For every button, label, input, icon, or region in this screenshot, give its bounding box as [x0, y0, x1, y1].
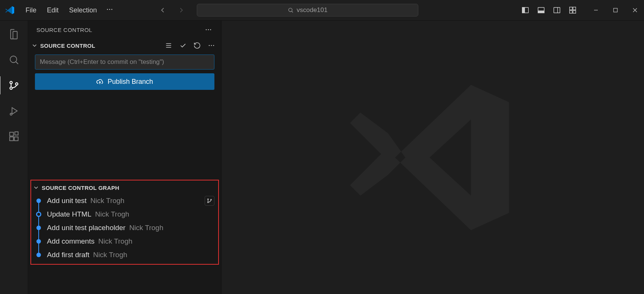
svg-rect-13: [573, 11, 576, 13]
nav-back-icon[interactable]: [158, 6, 167, 15]
svg-point-36: [208, 199, 209, 200]
customize-layout-icon[interactable]: [568, 6, 577, 15]
commit-message: Add unit test placeholder: [47, 224, 125, 232]
activity-extensions-icon[interactable]: [7, 130, 21, 143]
window-maximize-icon[interactable]: [611, 6, 620, 15]
command-center-label: vscode101: [297, 6, 327, 14]
commit-row[interactable]: Update HTML Nick Trogh: [31, 208, 218, 221]
toggle-secondary-sidebar-icon[interactable]: [552, 6, 561, 15]
activity-source-control-icon[interactable]: [7, 79, 21, 92]
commit-row[interactable]: Add first draft Nick Trogh: [31, 248, 218, 262]
commit-author: Nick Trogh: [129, 224, 163, 232]
activity-run-debug-icon[interactable]: [7, 104, 21, 118]
publish-branch-button[interactable]: Publish Branch: [35, 73, 214, 90]
svg-point-19: [10, 81, 12, 83]
editor-area: [222, 21, 644, 294]
svg-rect-12: [570, 11, 572, 13]
commit-message: Add comments: [47, 237, 95, 246]
commit-node-icon: [36, 199, 41, 203]
commit-author: Nick Trogh: [90, 197, 125, 205]
svg-point-37: [208, 202, 209, 203]
view-as-tree-icon[interactable]: [164, 41, 173, 50]
source-control-graph-section: SOURCE CONTROL GRAPH Add unit test Nick …: [30, 180, 219, 265]
nav-forward-icon[interactable]: [176, 6, 186, 15]
menu-edit[interactable]: Edit: [47, 6, 59, 14]
commit-node-icon: [36, 226, 41, 230]
window-controls: [591, 6, 639, 15]
svg-rect-25: [14, 137, 18, 141]
svg-point-29: [210, 29, 211, 30]
command-center[interactable]: vscode101: [197, 4, 418, 17]
svg-point-33: [209, 45, 210, 46]
toggle-primary-sidebar-icon[interactable]: [521, 6, 530, 15]
refresh-icon[interactable]: [193, 41, 202, 50]
activity-search-icon[interactable]: [7, 53, 21, 67]
toggle-panel-icon[interactable]: [537, 6, 546, 15]
svg-rect-8: [554, 8, 560, 13]
vscode-watermark-icon: [347, 71, 519, 244]
activity-bar: [0, 21, 28, 294]
commit-check-icon[interactable]: [178, 41, 187, 50]
section-title: SOURCE CONTROL: [40, 42, 95, 49]
window-close-icon[interactable]: [630, 6, 639, 15]
chevron-down-icon: [33, 184, 39, 191]
commit-node-icon: [36, 253, 41, 257]
commit-author: Nick Trogh: [93, 251, 127, 259]
svg-point-2: [112, 9, 113, 10]
commit-node-icon: [36, 239, 41, 244]
svg-rect-7: [538, 11, 544, 13]
svg-point-1: [109, 9, 110, 10]
source-control-panel: SOURCE CONTROL SOURCE CONTROL Message (C…: [28, 21, 222, 294]
commit-author: Nick Trogh: [95, 210, 129, 218]
commit-author: Nick Trogh: [98, 237, 133, 246]
titlebar: File Edit Selection vscode101: [0, 0, 644, 21]
commit-row[interactable]: Add unit test placeholder Nick Trogh: [31, 221, 218, 235]
window-minimize-icon[interactable]: [591, 6, 600, 15]
svg-rect-26: [15, 132, 18, 135]
svg-rect-24: [10, 137, 14, 141]
menu-file[interactable]: File: [26, 6, 36, 14]
svg-point-35: [213, 45, 214, 46]
svg-point-21: [15, 83, 18, 85]
svg-point-38: [211, 199, 212, 200]
graph-section-header[interactable]: SOURCE CONTROL GRAPH: [31, 180, 218, 194]
svg-point-28: [208, 29, 209, 30]
commit-message-placeholder: Message (Ctrl+Enter to commit on "testin…: [40, 58, 164, 66]
menu-bar: File Edit Selection: [26, 6, 97, 14]
source-control-section-header[interactable]: SOURCE CONTROL: [28, 39, 221, 52]
panel-more-icon[interactable]: [204, 25, 213, 34]
graph-title: SOURCE CONTROL GRAPH: [42, 185, 119, 191]
svg-point-34: [211, 45, 212, 46]
svg-point-0: [107, 9, 108, 10]
svg-point-27: [206, 29, 207, 30]
commit-row[interactable]: Add unit test Nick Trogh: [31, 194, 218, 208]
svg-rect-5: [522, 8, 525, 13]
svg-rect-15: [614, 8, 617, 12]
svg-point-22: [10, 113, 12, 115]
commit-node-head-icon: [36, 212, 41, 217]
commit-row[interactable]: Add comments Nick Trogh: [31, 235, 218, 248]
svg-point-18: [10, 56, 17, 63]
svg-rect-23: [10, 132, 14, 136]
commit-message: Update HTML: [47, 210, 91, 218]
section-more-icon[interactable]: [207, 41, 216, 50]
branch-picker-icon[interactable]: [205, 196, 214, 206]
publish-branch-label: Publish Branch: [107, 78, 153, 86]
activity-explorer-icon[interactable]: [7, 27, 21, 41]
commit-message: Add first draft: [47, 251, 89, 259]
svg-point-3: [289, 8, 292, 12]
menu-overflow-icon[interactable]: [106, 6, 113, 15]
nav-controls: [158, 6, 186, 15]
panel-title: SOURCE CONTROL: [36, 27, 92, 33]
commit-message-input[interactable]: Message (Ctrl+Enter to commit on "testin…: [35, 55, 214, 70]
svg-point-20: [10, 87, 12, 89]
svg-rect-11: [573, 7, 576, 10]
svg-rect-10: [570, 7, 572, 10]
menu-selection[interactable]: Selection: [69, 6, 97, 14]
chevron-down-icon: [31, 42, 38, 49]
cloud-upload-icon: [96, 78, 104, 85]
vscode-logo-icon: [5, 5, 15, 15]
commit-message: Add unit test: [47, 197, 87, 205]
